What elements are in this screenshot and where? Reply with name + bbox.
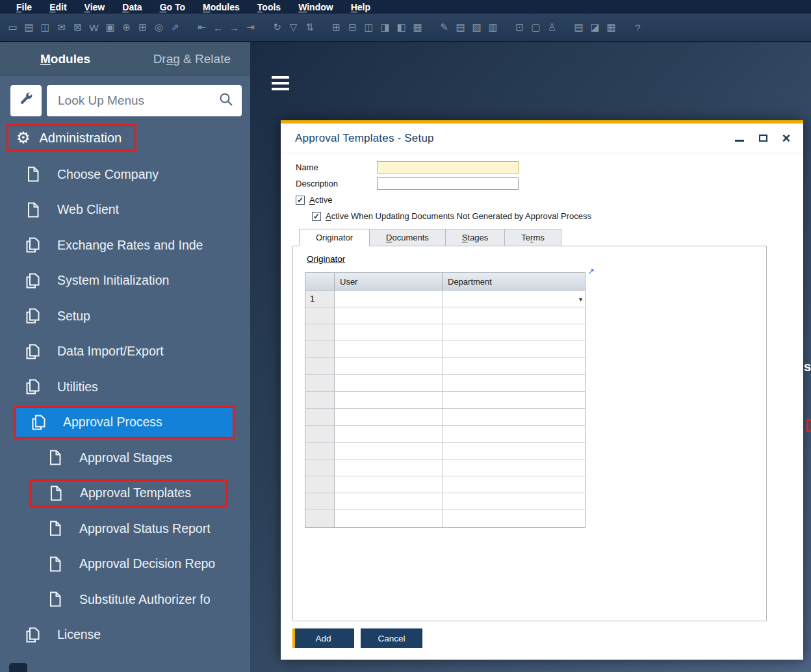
search-icon[interactable] xyxy=(218,92,234,110)
description-input[interactable] xyxy=(377,177,519,190)
first-record-icon[interactable]: ⇤ xyxy=(194,19,209,36)
name-input[interactable] xyxy=(377,161,519,174)
tab-terms[interactable]: Terms xyxy=(504,229,561,246)
blank-form-icon[interactable]: ▢ xyxy=(528,19,543,36)
move-form-icon[interactable]: ⊕ xyxy=(119,19,134,36)
user-cell[interactable] xyxy=(335,375,443,391)
user-cell[interactable] xyxy=(335,291,443,307)
tab-originator[interactable]: Originator xyxy=(299,229,369,246)
layout-designer-icon[interactable]: ▦ xyxy=(604,19,619,36)
cancel-button[interactable]: Cancel xyxy=(361,628,422,648)
export-excel-icon[interactable]: ⊠ xyxy=(70,19,85,36)
department-cell[interactable] xyxy=(443,443,585,459)
department-cell[interactable] xyxy=(443,375,585,391)
sidebar-item-system-initialization[interactable]: System Initialization xyxy=(0,263,250,299)
user-cell[interactable] xyxy=(335,476,443,493)
sidebar-item-approval-status-report[interactable]: Approval Status Report xyxy=(0,511,250,547)
menu-tools[interactable]: Tools xyxy=(257,2,281,12)
sidebar-item-license[interactable]: License xyxy=(0,617,250,653)
menu-data[interactable]: Data xyxy=(122,2,142,12)
sidebar-item-substitute-authorizer-fo[interactable]: Substitute Authorizer fo xyxy=(0,582,250,617)
department-cell[interactable] xyxy=(443,493,585,510)
export-word-icon[interactable]: W xyxy=(86,19,101,36)
sidebar-item-setup[interactable]: Setup xyxy=(0,298,250,334)
cascade-icon[interactable]: ◧ xyxy=(394,19,409,36)
hamburger-menu-icon[interactable] xyxy=(272,76,289,90)
last-record-icon[interactable]: ⇥ xyxy=(243,19,258,36)
menu-modules[interactable]: Modules xyxy=(203,2,240,12)
sort-icon[interactable]: ⇅ xyxy=(302,19,317,36)
maximize-button[interactable] xyxy=(755,131,771,146)
user-icon[interactable]: ♙ xyxy=(545,19,560,36)
remove-row-icon[interactable]: ⊟ xyxy=(345,19,360,36)
department-cell[interactable] xyxy=(443,409,585,425)
new-form-icon[interactable]: ▭ xyxy=(5,19,20,36)
sidebar-item-data-import-export[interactable]: Data Import/Export xyxy=(0,334,250,370)
tab-stages[interactable]: Stages xyxy=(445,229,504,246)
menu-go-to[interactable]: Go To xyxy=(160,2,185,12)
user-cell[interactable] xyxy=(335,324,443,341)
menu-edit[interactable]: Edit xyxy=(49,2,66,12)
window-titlebar[interactable]: Approval Templates - Setup × xyxy=(281,123,803,153)
user-cell[interactable] xyxy=(335,392,443,408)
department-cell[interactable] xyxy=(443,358,585,374)
user-cell[interactable] xyxy=(335,358,443,374)
document-icon[interactable]: ▧ xyxy=(469,19,484,36)
split-view-icon[interactable]: ◨ xyxy=(378,19,393,36)
form-settings-icon[interactable]: ▤ xyxy=(453,19,468,36)
sidebar-item-exchange-rates-and-inde[interactable]: Exchange Rates and Inde xyxy=(0,227,250,263)
find-icon[interactable]: ◎ xyxy=(151,19,166,36)
user-cell[interactable] xyxy=(335,341,443,357)
journal-icon[interactable]: ▥ xyxy=(485,19,500,36)
search-box[interactable] xyxy=(47,85,242,116)
menu-view[interactable]: View xyxy=(84,2,105,12)
sidebar-item-approval-templates[interactable]: Approval Templates xyxy=(0,476,250,511)
refresh-icon[interactable]: ↻ xyxy=(270,19,285,36)
link-arrow-icon[interactable]: ↗ xyxy=(587,266,595,276)
department-cell[interactable] xyxy=(443,307,585,324)
minimize-button[interactable] xyxy=(732,131,747,146)
checkbox-active-when[interactable]: ✓ xyxy=(312,212,321,221)
sidebar-item-administration[interactable]: ⚙ Administration xyxy=(6,124,136,151)
department-column-header[interactable]: Department xyxy=(443,273,585,290)
table-icon[interactable]: ⊞ xyxy=(135,19,150,36)
chart-icon[interactable]: ◪ xyxy=(587,19,602,36)
department-cell[interactable] xyxy=(443,324,585,341)
user-cell[interactable] xyxy=(335,426,443,442)
tab-documents[interactable]: Documents xyxy=(369,229,445,246)
checkbox-active[interactable]: ✓ xyxy=(296,196,305,205)
department-cell[interactable] xyxy=(443,392,585,408)
tile-icon[interactable]: ▦ xyxy=(410,19,425,36)
next-record-icon[interactable]: → xyxy=(227,19,242,36)
menu-window[interactable]: Window xyxy=(298,2,333,12)
help-icon[interactable]: ? xyxy=(630,19,645,36)
sidebar-item-utilities[interactable]: Utilities xyxy=(0,369,250,405)
department-cell[interactable] xyxy=(443,510,585,527)
query-icon[interactable]: ⊡ xyxy=(512,19,527,36)
department-dropdown-icon[interactable]: ▾ xyxy=(579,295,582,302)
export-pdf-icon[interactable]: ▣ xyxy=(103,19,118,36)
edit-icon[interactable]: ✎ xyxy=(437,19,452,36)
report-icon[interactable]: ▤ xyxy=(571,19,586,36)
sidebar-tab-modules[interactable]: Modules xyxy=(40,52,90,66)
department-cell[interactable] xyxy=(443,476,585,493)
sidebar-item-approval-decision-repo[interactable]: Approval Decision Repo xyxy=(0,547,250,582)
print-icon[interactable]: ▤ xyxy=(21,19,36,36)
user-cell[interactable] xyxy=(335,443,443,459)
filter-icon[interactable]: ▽ xyxy=(286,19,301,36)
sidebar-tab-drag-relate[interactable]: Drag & Relate xyxy=(153,52,231,66)
user-cell[interactable] xyxy=(335,493,443,510)
menu-file[interactable]: File xyxy=(16,2,32,12)
department-cell[interactable] xyxy=(443,426,585,442)
go-to-icon[interactable]: ⇗ xyxy=(168,19,183,36)
menu-settings-button[interactable] xyxy=(10,85,42,116)
previous-record-icon[interactable]: ← xyxy=(211,19,225,36)
user-cell[interactable] xyxy=(335,459,443,476)
add-button[interactable]: Add xyxy=(292,628,354,648)
search-input[interactable] xyxy=(58,94,218,108)
department-cell[interactable] xyxy=(443,459,585,476)
sidebar-item-approval-stages[interactable]: Approval Stages xyxy=(0,440,250,476)
add-row-icon[interactable]: ⊞ xyxy=(329,19,344,36)
sidebar-item-web-client[interactable]: Web Client xyxy=(0,192,250,228)
user-cell[interactable] xyxy=(335,409,443,425)
